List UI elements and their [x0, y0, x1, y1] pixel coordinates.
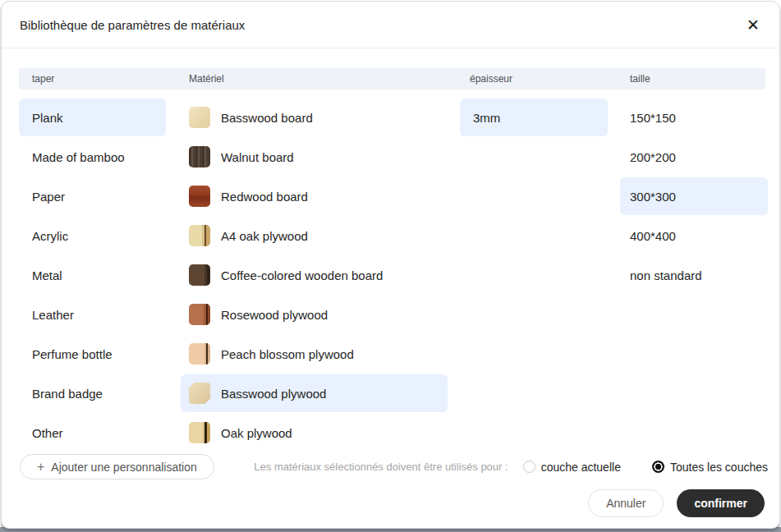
size-option-300-300[interactable]: 300*300: [620, 177, 768, 215]
size-option-150-150[interactable]: 150*150: [620, 99, 768, 136]
size-column: 150*150200*200300*300400*400non standard: [620, 99, 768, 296]
table-header-row: taper Matériel épaisseur taille: [19, 68, 765, 89]
column-header-materiel: Matériel: [189, 73, 224, 85]
type-option-brand-badge[interactable]: Brand badge: [19, 374, 166, 412]
cancel-button[interactable]: Annuler: [588, 489, 664, 517]
coffee-board-swatch-icon: [189, 264, 210, 286]
material-option-rosewood-plywood[interactable]: Rosewood plywood: [181, 296, 448, 333]
type-option-other[interactable]: Other: [19, 414, 166, 452]
material-option-oak-plywood[interactable]: Oak plywood: [181, 414, 448, 452]
confirm-button[interactable]: confirmer: [677, 489, 765, 517]
size-option-400-400[interactable]: 400*400: [620, 217, 768, 255]
usage-scope-label: Les matériaux sélectionnés doivent être …: [254, 461, 508, 473]
material-option-a4-oak-plywood[interactable]: A4 oak plywood: [181, 217, 448, 255]
radio-icon: [523, 461, 535, 473]
type-column: PlankMade of bambooPaperAcrylicMetalLeat…: [19, 99, 166, 453]
radio-icon: [652, 461, 664, 473]
column-header-taille: taille: [630, 73, 650, 85]
material-column: Basswood board Walnut board Redwood boar…: [181, 99, 448, 453]
type-option-made-of-bamboo[interactable]: Made of bamboo: [19, 138, 166, 176]
add-customization-button[interactable]: + Ajouter une personnalisation: [20, 454, 214, 479]
type-option-plank[interactable]: Plank: [19, 99, 166, 136]
type-option-leather[interactable]: Leather: [19, 296, 166, 333]
thickness-option-3mm[interactable]: 3mm: [460, 99, 608, 136]
type-option-acrylic[interactable]: Acrylic: [19, 217, 166, 255]
close-icon[interactable]: ✕: [745, 16, 761, 34]
thickness-column: 3mm: [460, 99, 608, 138]
type-option-paper[interactable]: Paper: [19, 177, 166, 215]
type-option-perfume-bottle[interactable]: Perfume bottle: [19, 335, 166, 373]
oak-plywood-swatch-icon: [189, 422, 210, 443]
size-option-200-200[interactable]: 200*200: [620, 138, 768, 176]
rosewood-plywood-swatch-icon: [189, 304, 210, 325]
radio-toutes-les-couches[interactable]: Toutes les couches: [652, 461, 768, 474]
basswood-board-swatch-icon: [189, 107, 210, 128]
material-option-basswood-board[interactable]: Basswood board: [181, 99, 448, 136]
size-option-non-standard[interactable]: non standard: [620, 256, 768, 294]
material-option-peach-blossom-plywood[interactable]: Peach blossom plywood: [181, 335, 448, 373]
basswood-plywood-swatch-icon: [189, 383, 210, 404]
walnut-board-swatch-icon: [189, 146, 210, 167]
usage-scope-row: Les matériaux sélectionnés doivent être …: [314, 454, 768, 479]
plus-icon: +: [37, 461, 44, 474]
column-header-epaisseur: épaisseur: [470, 73, 512, 85]
radio-couche-actuelle[interactable]: couche actuelle: [523, 461, 621, 474]
column-header-taper: taper: [32, 73, 54, 85]
a4-oak-plywood-swatch-icon: [189, 225, 210, 246]
dialog-actions: Annuler confirmer: [588, 489, 765, 517]
type-option-metal[interactable]: Metal: [19, 256, 166, 294]
add-customization-label: Ajouter une personnalisation: [51, 461, 196, 474]
usage-scope-radio-group: couche actuelle Toutes les couches: [515, 461, 768, 474]
material-library-dialog: Bibliothèque de paramètres de matériaux …: [1, 1, 780, 529]
peach-blossom-plywood-swatch-icon: [189, 343, 210, 365]
material-option-walnut-board[interactable]: Walnut board: [181, 138, 448, 176]
material-option-coffee-colored-wooden-board[interactable]: Coffee-colored wooden board: [181, 256, 448, 294]
material-option-basswood-plywood[interactable]: Basswood plywood: [181, 374, 448, 412]
dialog-header: Bibliothèque de paramètres de matériaux …: [2, 2, 779, 48]
dialog-title: Bibliothèque de paramètres de matériaux: [20, 18, 245, 32]
material-option-redwood-board[interactable]: Redwood board: [181, 177, 448, 215]
redwood-board-swatch-icon: [189, 186, 210, 207]
